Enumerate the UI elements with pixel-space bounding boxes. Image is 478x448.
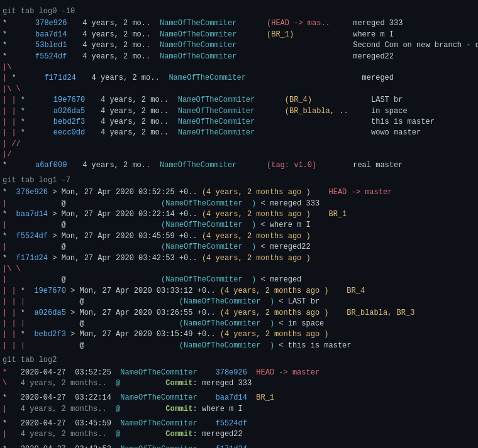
log2-entry-3-line2: | 4 years, 2 months.. @ Commit: mereged2… [3,429,475,440]
log1-header: git tab log1 -7 [3,174,475,187]
log0-row-3: * 53bled1 4 years, 2 mo.. NameOfTheCommi… [3,40,475,51]
log0-branch-1: |\ [3,62,475,73]
log1-row-7b: | | | @ (NameOfTheCommiter ) < this is m… [3,341,475,351]
log0-row-5: | * f171d24 4 years, 2 mo.. NameOfTheCom… [3,73,475,84]
log0-row-8: | | * bebd2f3 4 years, 2 mo.. NameOfTheC… [3,117,475,128]
log0-branch-3: | // [3,139,475,150]
log2-entry-3-line1: * 2020-04-27 03:45:59 NameOfTheCommiter … [3,418,475,429]
log1-row-6b: | | | @ (NameOfTheCommiter ) < in space [3,319,475,329]
log1-row-3: * f5524df > Mon, 27 Apr 2020 03:45:59 +0… [3,231,475,242]
log0-row-2: * baa7d14 4 years, 2 mo.. NameOfTheCommi… [3,30,475,40]
log1-row-6: | | * a026da5 > Mon, 27 Apr 2020 03:26:5… [3,308,475,319]
log0-row-4: * f5524df 4 years, 2 mo.. NameOfTheCommi… [3,52,475,62]
log0-row-6: | | * 19e7670 4 years, 2 mo.. NameOfTheC… [3,95,475,106]
log1-row-2: * baa7d14 > Mon, 27 Apr 2020 03:22:14 +0… [3,209,475,220]
log1-row-5b: | | | @ (NameOfTheCommiter ) < LAST br [3,297,475,307]
log2-entry-1-line1: * 2020-04-27 03:52:25 NameOfTheCommiter … [3,368,475,378]
log2-entry-1-line2: \ 4 years, 2 months.. @ Commit: mereged … [3,378,475,389]
log2-entry-4-line1: * 2020-04-27 03:42:53 NameOfTheCommiter … [3,444,475,448]
log2-entry-2-line2: | 4 years, 2 months.. @ Commit: where m … [3,404,475,415]
log1-row-5: | | * 19e7670 > Mon, 27 Apr 2020 03:33:1… [3,286,475,297]
log1-row-7: | | * bebd2f3 > Mon, 27 Apr 2020 03:15:4… [3,329,475,340]
log1-row-4b: | @ (NameOfTheCommiter ) < mereged [3,275,475,285]
log0-row-1: * 378e926 4 years, 2 mo.. NameOfTheCommi… [3,18,475,29]
log2-entry-2-line1: * 2020-04-27 03:22:14 NameOfTheCommiter … [3,393,475,403]
log1-branch-1: |\ \ [3,264,475,275]
log0-row-7: | | * a026da5 4 years, 2 mo.. NameOfTheC… [3,106,475,117]
log0-row-9: | | * eecc0dd 4 years, 2 mo.. NameOfTheC… [3,128,475,138]
log1-row-3b: | @ (NameOfTheCommiter ) < mereged22 [3,242,475,253]
log1-row-1: * 376e926 > Mon, 27 Apr 2020 03:52:25 +0… [3,187,475,198]
log0-branch-2: |\ \ [3,84,475,95]
log1-row-2b: | @ (NameOfTheCommiter ) < where m I [3,220,475,231]
log0-branch-4: |/ [3,150,475,160]
log1-row-1b: | @ (NameOfTheCommiter ) < mereged 333 [3,199,475,209]
log0-header: git tab log0 -10 [3,5,475,18]
terminal: git tab log0 -10 * 378e926 4 years, 2 mo… [3,5,475,448]
log2-header: git tab log2 [3,354,475,367]
log1-row-4: * f171d24 > Mon, 27 Apr 2020 03:42:53 +0… [3,253,475,264]
log0-row-10: * a6af000 4 years, 2 mo.. NameOfTheCommi… [3,160,475,171]
